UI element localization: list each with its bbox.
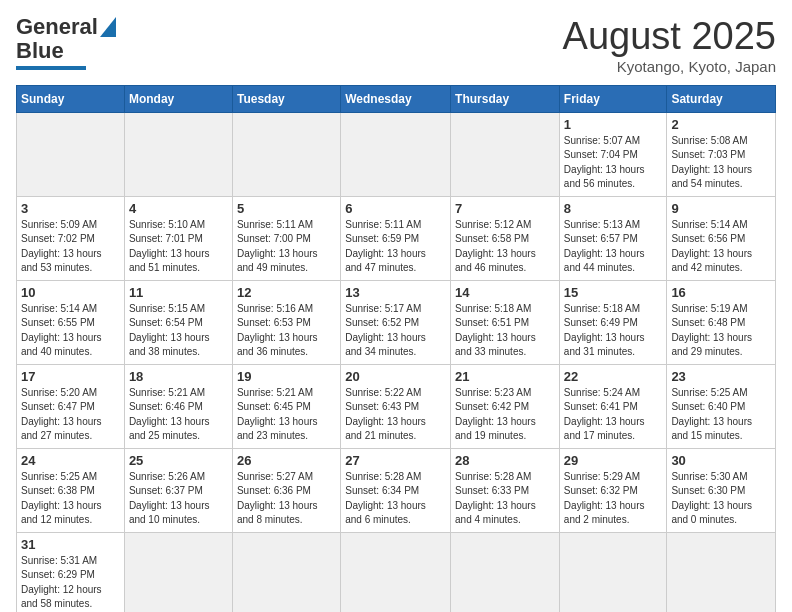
day-number: 14 bbox=[455, 285, 555, 300]
day-number: 24 bbox=[21, 453, 120, 468]
day-info: Sunrise: 5:09 AM Sunset: 7:02 PM Dayligh… bbox=[21, 218, 120, 276]
calendar-cell bbox=[124, 112, 232, 196]
weekday-header: Friday bbox=[559, 85, 667, 112]
calendar-cell: 25Sunrise: 5:26 AM Sunset: 6:37 PM Dayli… bbox=[124, 448, 232, 532]
day-info: Sunrise: 5:14 AM Sunset: 6:55 PM Dayligh… bbox=[21, 302, 120, 360]
day-number: 12 bbox=[237, 285, 336, 300]
day-number: 1 bbox=[564, 117, 663, 132]
calendar-cell: 5Sunrise: 5:11 AM Sunset: 7:00 PM Daylig… bbox=[232, 196, 340, 280]
day-info: Sunrise: 5:22 AM Sunset: 6:43 PM Dayligh… bbox=[345, 386, 446, 444]
day-info: Sunrise: 5:11 AM Sunset: 7:00 PM Dayligh… bbox=[237, 218, 336, 276]
day-number: 5 bbox=[237, 201, 336, 216]
day-info: Sunrise: 5:18 AM Sunset: 6:51 PM Dayligh… bbox=[455, 302, 555, 360]
calendar-cell: 16Sunrise: 5:19 AM Sunset: 6:48 PM Dayli… bbox=[667, 280, 776, 364]
day-number: 28 bbox=[455, 453, 555, 468]
calendar-week-row: 1Sunrise: 5:07 AM Sunset: 7:04 PM Daylig… bbox=[17, 112, 776, 196]
calendar-week-row: 31Sunrise: 5:31 AM Sunset: 6:29 PM Dayli… bbox=[17, 532, 776, 612]
weekday-header: Tuesday bbox=[232, 85, 340, 112]
day-info: Sunrise: 5:24 AM Sunset: 6:41 PM Dayligh… bbox=[564, 386, 663, 444]
day-number: 11 bbox=[129, 285, 228, 300]
day-number: 8 bbox=[564, 201, 663, 216]
month-title: August 2025 bbox=[563, 16, 776, 58]
calendar-cell: 20Sunrise: 5:22 AM Sunset: 6:43 PM Dayli… bbox=[341, 364, 451, 448]
calendar-cell: 2Sunrise: 5:08 AM Sunset: 7:03 PM Daylig… bbox=[667, 112, 776, 196]
day-info: Sunrise: 5:28 AM Sunset: 6:34 PM Dayligh… bbox=[345, 470, 446, 528]
calendar-cell: 6Sunrise: 5:11 AM Sunset: 6:59 PM Daylig… bbox=[341, 196, 451, 280]
day-info: Sunrise: 5:26 AM Sunset: 6:37 PM Dayligh… bbox=[129, 470, 228, 528]
day-number: 19 bbox=[237, 369, 336, 384]
calendar-cell: 29Sunrise: 5:29 AM Sunset: 6:32 PM Dayli… bbox=[559, 448, 667, 532]
calendar-cell: 22Sunrise: 5:24 AM Sunset: 6:41 PM Dayli… bbox=[559, 364, 667, 448]
calendar-cell bbox=[124, 532, 232, 612]
weekday-header: Wednesday bbox=[341, 85, 451, 112]
day-number: 10 bbox=[21, 285, 120, 300]
day-info: Sunrise: 5:31 AM Sunset: 6:29 PM Dayligh… bbox=[21, 554, 120, 612]
day-number: 20 bbox=[345, 369, 446, 384]
calendar-week-row: 10Sunrise: 5:14 AM Sunset: 6:55 PM Dayli… bbox=[17, 280, 776, 364]
day-info: Sunrise: 5:23 AM Sunset: 6:42 PM Dayligh… bbox=[455, 386, 555, 444]
day-info: Sunrise: 5:27 AM Sunset: 6:36 PM Dayligh… bbox=[237, 470, 336, 528]
calendar-cell bbox=[232, 532, 340, 612]
day-number: 29 bbox=[564, 453, 663, 468]
calendar-cell: 3Sunrise: 5:09 AM Sunset: 7:02 PM Daylig… bbox=[17, 196, 125, 280]
calendar-cell bbox=[341, 532, 451, 612]
calendar-cell: 8Sunrise: 5:13 AM Sunset: 6:57 PM Daylig… bbox=[559, 196, 667, 280]
calendar-cell bbox=[451, 532, 560, 612]
calendar-table: SundayMondayTuesdayWednesdayThursdayFrid… bbox=[16, 85, 776, 612]
day-number: 31 bbox=[21, 537, 120, 552]
day-info: Sunrise: 5:28 AM Sunset: 6:33 PM Dayligh… bbox=[455, 470, 555, 528]
day-number: 30 bbox=[671, 453, 771, 468]
day-number: 21 bbox=[455, 369, 555, 384]
day-info: Sunrise: 5:10 AM Sunset: 7:01 PM Dayligh… bbox=[129, 218, 228, 276]
day-info: Sunrise: 5:25 AM Sunset: 6:40 PM Dayligh… bbox=[671, 386, 771, 444]
day-number: 23 bbox=[671, 369, 771, 384]
calendar-cell bbox=[17, 112, 125, 196]
calendar-cell: 13Sunrise: 5:17 AM Sunset: 6:52 PM Dayli… bbox=[341, 280, 451, 364]
day-info: Sunrise: 5:20 AM Sunset: 6:47 PM Dayligh… bbox=[21, 386, 120, 444]
day-number: 2 bbox=[671, 117, 771, 132]
calendar-cell: 24Sunrise: 5:25 AM Sunset: 6:38 PM Dayli… bbox=[17, 448, 125, 532]
calendar-cell bbox=[559, 532, 667, 612]
weekday-header: Thursday bbox=[451, 85, 560, 112]
day-info: Sunrise: 5:14 AM Sunset: 6:56 PM Dayligh… bbox=[671, 218, 771, 276]
day-number: 7 bbox=[455, 201, 555, 216]
day-number: 18 bbox=[129, 369, 228, 384]
day-info: Sunrise: 5:19 AM Sunset: 6:48 PM Dayligh… bbox=[671, 302, 771, 360]
calendar-cell: 15Sunrise: 5:18 AM Sunset: 6:49 PM Dayli… bbox=[559, 280, 667, 364]
calendar-cell: 10Sunrise: 5:14 AM Sunset: 6:55 PM Dayli… bbox=[17, 280, 125, 364]
calendar-cell: 18Sunrise: 5:21 AM Sunset: 6:46 PM Dayli… bbox=[124, 364, 232, 448]
calendar-cell bbox=[232, 112, 340, 196]
calendar-cell: 27Sunrise: 5:28 AM Sunset: 6:34 PM Dayli… bbox=[341, 448, 451, 532]
calendar-cell: 12Sunrise: 5:16 AM Sunset: 6:53 PM Dayli… bbox=[232, 280, 340, 364]
location: Kyotango, Kyoto, Japan bbox=[563, 58, 776, 75]
day-info: Sunrise: 5:21 AM Sunset: 6:46 PM Dayligh… bbox=[129, 386, 228, 444]
calendar-week-row: 17Sunrise: 5:20 AM Sunset: 6:47 PM Dayli… bbox=[17, 364, 776, 448]
calendar-cell bbox=[667, 532, 776, 612]
day-info: Sunrise: 5:29 AM Sunset: 6:32 PM Dayligh… bbox=[564, 470, 663, 528]
calendar-cell: 11Sunrise: 5:15 AM Sunset: 6:54 PM Dayli… bbox=[124, 280, 232, 364]
day-number: 13 bbox=[345, 285, 446, 300]
logo-text: General bbox=[16, 16, 98, 38]
calendar-cell: 26Sunrise: 5:27 AM Sunset: 6:36 PM Dayli… bbox=[232, 448, 340, 532]
logo: General Blue bbox=[16, 16, 116, 70]
calendar-cell: 21Sunrise: 5:23 AM Sunset: 6:42 PM Dayli… bbox=[451, 364, 560, 448]
logo-bar bbox=[16, 66, 86, 70]
day-info: Sunrise: 5:30 AM Sunset: 6:30 PM Dayligh… bbox=[671, 470, 771, 528]
day-number: 3 bbox=[21, 201, 120, 216]
day-number: 26 bbox=[237, 453, 336, 468]
calendar-cell: 31Sunrise: 5:31 AM Sunset: 6:29 PM Dayli… bbox=[17, 532, 125, 612]
day-info: Sunrise: 5:21 AM Sunset: 6:45 PM Dayligh… bbox=[237, 386, 336, 444]
day-number: 25 bbox=[129, 453, 228, 468]
day-info: Sunrise: 5:07 AM Sunset: 7:04 PM Dayligh… bbox=[564, 134, 663, 192]
day-info: Sunrise: 5:16 AM Sunset: 6:53 PM Dayligh… bbox=[237, 302, 336, 360]
day-info: Sunrise: 5:17 AM Sunset: 6:52 PM Dayligh… bbox=[345, 302, 446, 360]
weekday-header: Sunday bbox=[17, 85, 125, 112]
day-info: Sunrise: 5:13 AM Sunset: 6:57 PM Dayligh… bbox=[564, 218, 663, 276]
calendar-cell: 17Sunrise: 5:20 AM Sunset: 6:47 PM Dayli… bbox=[17, 364, 125, 448]
day-number: 15 bbox=[564, 285, 663, 300]
day-info: Sunrise: 5:25 AM Sunset: 6:38 PM Dayligh… bbox=[21, 470, 120, 528]
calendar-cell: 7Sunrise: 5:12 AM Sunset: 6:58 PM Daylig… bbox=[451, 196, 560, 280]
page-header: General Blue August 2025 Kyotango, Kyoto… bbox=[16, 16, 776, 75]
calendar-week-row: 3Sunrise: 5:09 AM Sunset: 7:02 PM Daylig… bbox=[17, 196, 776, 280]
weekday-header-row: SundayMondayTuesdayWednesdayThursdayFrid… bbox=[17, 85, 776, 112]
